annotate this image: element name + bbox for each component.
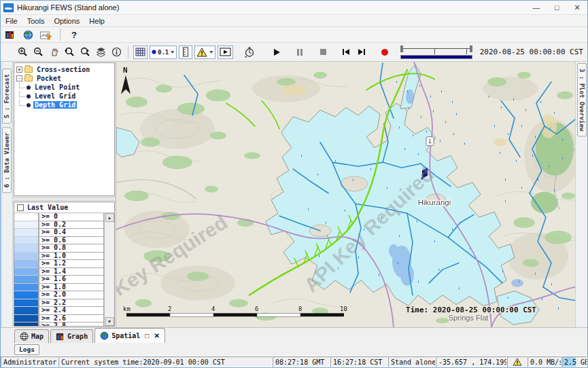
main-toolbar: ?: [1, 27, 587, 43]
tree-item-depth-grid[interactable]: Depth Grid: [16, 100, 114, 109]
legend-rows: >= 0 >= 0.2 >= 0.4 >= 0.6 >= 0.8 >= 1.0 …: [14, 213, 104, 326]
map-display-icon[interactable]: [21, 28, 35, 41]
zoom-previous-icon[interactable]: [63, 45, 76, 59]
legend-swatch: [14, 253, 39, 261]
tree-item-level-grid[interactable]: Level Grid: [16, 92, 114, 100]
collapse-icon[interactable]: -: [16, 75, 22, 81]
minimize-button[interactable]: —: [526, 1, 547, 14]
map-time-label: Time: 2020-08-25 00:00:00 CST: [406, 306, 536, 314]
menu-help[interactable]: Help: [84, 16, 109, 26]
menu-file[interactable]: File: [1, 16, 22, 26]
road-shield-number: 1: [428, 139, 432, 145]
status-system-time: Current system time:2020-09-01 00:00 CST: [58, 356, 273, 367]
animation-window-icon[interactable]: [218, 45, 233, 59]
record-button[interactable]: [378, 45, 392, 59]
pause-button[interactable]: [293, 45, 307, 59]
filter-tree[interactable]: + Cross-section - Pocket Level Point: [14, 62, 115, 196]
time-slider-ticks: [403, 48, 470, 54]
step-forward-button[interactable]: [355, 45, 368, 59]
toolbar-separator: [60, 29, 60, 41]
tree-item-label[interactable]: Pocket: [35, 75, 63, 82]
legend-row: >= 0.8: [14, 244, 104, 253]
pan-hand-icon[interactable]: [47, 45, 60, 59]
close-button[interactable]: ✕: [567, 1, 587, 14]
menu-options[interactable]: Options: [49, 16, 84, 26]
tab-plot-overview[interactable]: 3 : Plot Overview: [577, 63, 587, 136]
legend-label: >= 2.8: [39, 323, 104, 326]
tab-map[interactable]: Map: [14, 329, 49, 343]
tab-maximize-icon[interactable]: □: [145, 332, 149, 339]
panel-splitter[interactable]: [13, 197, 116, 201]
help-icon[interactable]: ?: [67, 28, 81, 41]
tab-data-viewer[interactable]: 6 : Data Viewer: [2, 127, 12, 193]
tree-item-label-selected[interactable]: Depth Grid: [33, 101, 77, 109]
stop-button[interactable]: [316, 45, 330, 59]
expand-icon[interactable]: +: [16, 67, 22, 73]
tab-graph[interactable]: Graph: [50, 329, 93, 343]
tab-close-icon[interactable]: ✕: [154, 332, 159, 339]
legend-swatch: [14, 284, 39, 292]
tree-item-pocket[interactable]: - Pocket: [16, 74, 114, 83]
zoom-out-icon[interactable]: [31, 45, 45, 59]
tab-forecast[interactable]: 5 : Forecast: [2, 69, 12, 124]
timer-settings-icon[interactable]: [243, 45, 256, 59]
info-icon[interactable]: [109, 45, 123, 59]
logs-button[interactable]: Logs: [14, 344, 39, 355]
scale-tick-label: 8: [298, 306, 302, 312]
tree-item-label[interactable]: Level Grid: [33, 92, 77, 100]
tree-item-label[interactable]: Cross-section: [35, 66, 91, 73]
tree-item-level-point[interactable]: Level Point: [16, 83, 114, 92]
time-slider-end-handle[interactable]: [470, 45, 472, 52]
time-slider[interactable]: [400, 44, 472, 60]
status-local-time: 16:27:18 CST: [330, 356, 388, 367]
spatial-map[interactable]: API Key Required API Key Required N 1 Hi…: [116, 62, 575, 327]
tree-item-label[interactable]: Level Point: [33, 84, 81, 91]
legend-label: >= 1.6: [39, 276, 104, 284]
time-slider-start-handle[interactable]: [400, 45, 403, 52]
bar-chart-icon: [56, 332, 65, 341]
legend-swatch: [14, 276, 39, 284]
menu-tools[interactable]: Tools: [22, 16, 50, 26]
time-slider-range-bar[interactable]: [400, 55, 472, 59]
layers-icon[interactable]: [94, 45, 107, 59]
node-bullet-icon: [27, 94, 31, 98]
globe-icon: [100, 331, 109, 340]
play-button[interactable]: [270, 45, 283, 59]
legend-swatch: [14, 237, 39, 245]
legend-row: >= 2.0: [14, 291, 104, 299]
tree-connector: [19, 100, 25, 106]
warnings-dropdown[interactable]: ▼: [194, 45, 215, 59]
legend-scrollbar[interactable]: ▲ ▼: [104, 213, 114, 326]
last-value-checkbox[interactable]: [17, 204, 24, 211]
node-bullet-icon: [27, 103, 31, 107]
contour-interval-dropdown[interactable]: 0.1 ▼: [150, 45, 177, 59]
legend-row: >= 1.2: [14, 260, 104, 268]
tab-spatial-label: Spatial: [111, 332, 140, 339]
wire-globe-icon: [20, 332, 29, 341]
legend-swatch: [14, 291, 39, 299]
status-warning-segment[interactable]: [507, 356, 528, 367]
tab-spatial[interactable]: Spatial □ ✕: [94, 328, 165, 343]
toolbar-separator: [128, 46, 128, 58]
legend-swatch: [14, 244, 39, 253]
status-memory: 2.5 GB: [561, 356, 587, 367]
scale-tick-label: 4: [211, 306, 215, 312]
tree-item-cross-section[interactable]: + Cross-section: [16, 65, 114, 74]
database-viewer-icon[interactable]: [3, 28, 17, 41]
legend-header: Last Value: [14, 202, 114, 213]
scale-ruler-icon[interactable]: [179, 45, 192, 59]
legend-swatch: [14, 229, 39, 237]
step-back-button[interactable]: [339, 45, 353, 59]
legend-swatch: [14, 260, 39, 268]
title-bar: Hikurangi FEWS (Stand alone) — □ ✕: [1, 1, 587, 15]
scroll-up-icon[interactable]: ▲: [105, 213, 114, 222]
legend-label: >= 0: [39, 213, 104, 221]
maximize-button[interactable]: □: [547, 1, 567, 14]
chevron-down-icon: ▼: [209, 50, 213, 54]
zoom-next-icon[interactable]: [78, 45, 92, 59]
grid-toggle-icon[interactable]: [133, 45, 148, 59]
timeseries-edit-icon[interactable]: [39, 28, 53, 41]
zoom-in-icon[interactable]: [16, 45, 29, 59]
scroll-down-icon[interactable]: ▼: [105, 317, 114, 326]
node-bullet-icon: [27, 86, 31, 90]
